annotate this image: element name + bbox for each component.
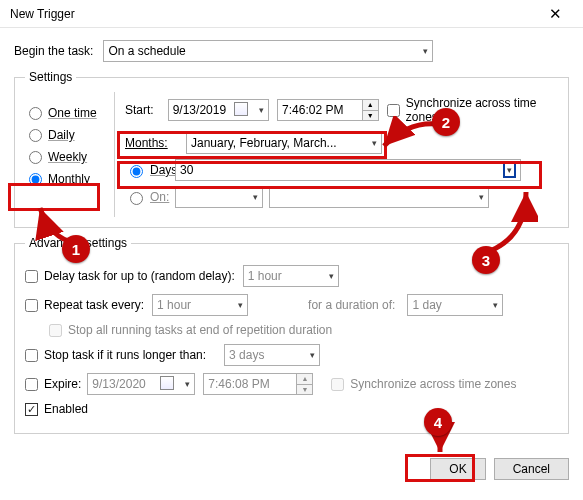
- chevron-down-icon: ▾: [310, 350, 315, 360]
- stop-if-longer-checkbox[interactable]: Stop task if it runs longer than:: [25, 348, 206, 362]
- chevron-down-icon: ▾: [372, 138, 377, 148]
- days-dropdown[interactable]: 30 ▾: [175, 159, 521, 181]
- chevron-down-icon: ▾: [238, 300, 243, 310]
- months-label: Months:: [125, 136, 180, 150]
- calendar-icon: [160, 376, 174, 390]
- chevron-down-icon: ▾: [479, 192, 484, 202]
- time-spinner[interactable]: ▲▼: [296, 374, 312, 394]
- chevron-down-icon: ▾: [259, 105, 264, 115]
- expire-sync-checkbox[interactable]: Synchronize across time zones: [331, 377, 516, 391]
- months-dropdown[interactable]: January, February, March... ▾: [186, 132, 382, 154]
- chevron-down-icon: ▾: [503, 162, 516, 178]
- advanced-legend: Advanced settings: [25, 236, 131, 250]
- sync-timezones-checkbox[interactable]: Synchronize across time zones: [387, 96, 554, 124]
- on-day-dropdown[interactable]: ▾: [269, 186, 489, 208]
- time-spinner[interactable]: ▲▼: [362, 100, 378, 120]
- window-title: New Trigger: [10, 7, 75, 21]
- chevron-down-icon: ▾: [329, 271, 334, 281]
- chevron-down-icon: ▾: [423, 46, 428, 56]
- calendar-icon: [234, 102, 248, 116]
- begin-task-label: Begin the task:: [14, 44, 93, 58]
- on-week-dropdown[interactable]: ▾: [175, 186, 263, 208]
- delay-dropdown[interactable]: 1 hour ▾: [243, 265, 339, 287]
- repeat-duration-dropdown[interactable]: 1 day ▾: [407, 294, 503, 316]
- advanced-group: Advanced settings Delay task for up to (…: [14, 236, 569, 434]
- cancel-button[interactable]: Cancel: [494, 458, 569, 480]
- start-time-field[interactable]: 7:46:02 PM ▲▼: [277, 99, 379, 121]
- close-icon[interactable]: ✕: [535, 5, 575, 23]
- delay-checkbox[interactable]: Delay task for up to (random delay):: [25, 269, 235, 283]
- stop-all-checkbox[interactable]: Stop all running tasks at end of repetit…: [49, 323, 332, 337]
- begin-task-dropdown[interactable]: On a schedule ▾: [103, 40, 433, 62]
- radio-days[interactable]: Days:: [125, 162, 175, 178]
- expire-time-field[interactable]: 7:46:08 PM ▲▼: [203, 373, 313, 395]
- repeat-duration-label: for a duration of:: [308, 298, 395, 312]
- schedule-type-list: One time Daily Weekly Monthly: [25, 92, 115, 217]
- expire-checkbox[interactable]: Expire:: [25, 377, 81, 391]
- radio-weekly[interactable]: Weekly: [27, 150, 108, 164]
- expire-date-field[interactable]: 9/13/2020 ▾: [87, 373, 195, 395]
- ok-button[interactable]: OK: [430, 458, 485, 480]
- radio-daily[interactable]: Daily: [27, 128, 108, 142]
- check-icon: ✓: [25, 403, 38, 416]
- repeat-interval-dropdown[interactable]: 1 hour ▾: [152, 294, 248, 316]
- radio-monthly[interactable]: Monthly: [27, 172, 108, 186]
- enabled-checkbox[interactable]: ✓ Enabled: [25, 402, 88, 416]
- stop-if-dropdown[interactable]: 3 days ▾: [224, 344, 320, 366]
- start-date-field[interactable]: 9/13/2019 ▾: [168, 99, 269, 121]
- radio-on[interactable]: On:: [125, 189, 175, 205]
- repeat-checkbox[interactable]: Repeat task every:: [25, 298, 144, 312]
- chevron-down-icon: ▾: [253, 192, 258, 202]
- begin-task-value: On a schedule: [108, 44, 185, 58]
- settings-group: Settings One time Daily Weekly Monthly S…: [14, 70, 569, 228]
- chevron-down-icon: ▾: [493, 300, 498, 310]
- radio-onetime[interactable]: One time: [27, 106, 108, 120]
- chevron-down-icon: ▾: [185, 379, 190, 389]
- start-label: Start:: [125, 103, 154, 117]
- settings-legend: Settings: [25, 70, 76, 84]
